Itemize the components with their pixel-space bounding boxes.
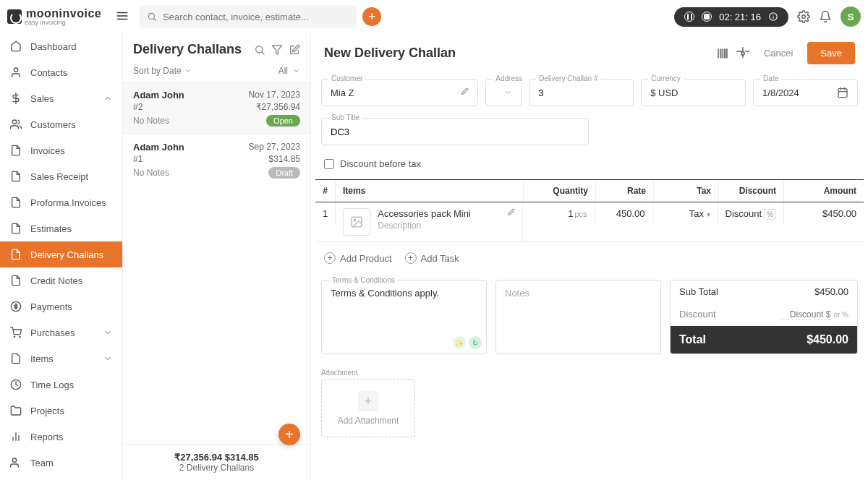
info-icon[interactable] bbox=[768, 12, 778, 22]
sidebar-item-reports[interactable]: Reports bbox=[0, 424, 122, 450]
sidebar-item-time-logs[interactable]: Time Logs bbox=[0, 372, 122, 398]
stop-icon[interactable] bbox=[702, 12, 712, 22]
nav-icon bbox=[10, 171, 22, 182]
row-discount[interactable]: Discount bbox=[726, 208, 762, 219]
discount-orpct[interactable]: or % bbox=[833, 311, 848, 319]
terms-label: Terms & Conditions bbox=[329, 276, 398, 284]
edit-icon[interactable] bbox=[289, 44, 300, 56]
svg-line-22 bbox=[262, 51, 264, 53]
address-select[interactable] bbox=[485, 79, 522, 106]
nav-icon bbox=[10, 67, 22, 78]
svg-point-20 bbox=[12, 458, 16, 462]
subtitle-label: Sub Title bbox=[328, 113, 362, 121]
nav-icon bbox=[10, 457, 22, 468]
pencil-icon[interactable] bbox=[459, 87, 469, 98]
date-field[interactable]: 1/8/2024 bbox=[753, 79, 858, 106]
filter-icon[interactable] bbox=[271, 44, 283, 56]
row-tax[interactable]: Tax bbox=[689, 208, 704, 219]
global-add-button[interactable]: + bbox=[362, 7, 381, 26]
sidebar-item-delivery-challans[interactable]: Delivery Challans bbox=[0, 241, 122, 267]
sidebar-item-items[interactable]: Items bbox=[0, 346, 122, 372]
address-label: Address bbox=[493, 74, 525, 82]
customer-field[interactable]: Mia Z bbox=[321, 79, 478, 106]
col-rate: Rate bbox=[596, 180, 654, 202]
calendar-icon[interactable] bbox=[837, 87, 848, 98]
nav-icon bbox=[10, 249, 22, 260]
item-image-placeholder[interactable] bbox=[343, 208, 370, 236]
sidebar-item-credit-notes[interactable]: Credit Notes bbox=[0, 267, 122, 293]
row-qty[interactable]: 1 bbox=[568, 208, 573, 219]
discount-input[interactable] bbox=[780, 309, 830, 320]
col-tax: Tax bbox=[654, 180, 719, 202]
nav-icon bbox=[10, 223, 22, 234]
currency-field[interactable]: $ USD bbox=[641, 79, 746, 106]
sidebar-item-sales-receipt[interactable]: Sales Receipt bbox=[0, 163, 122, 189]
svg-point-15 bbox=[20, 336, 20, 337]
subtitle-field[interactable] bbox=[321, 118, 589, 145]
add-attachment-button[interactable]: + Add Attachment bbox=[321, 380, 415, 437]
sort-label[interactable]: Sort by Date bbox=[133, 66, 182, 76]
list-item[interactable]: Adam JohnNov 17, 2023#2₹27,356.94No Note… bbox=[123, 82, 310, 134]
nav-icon bbox=[10, 119, 22, 130]
terms-field[interactable]: Terms & Conditions Terms & Conditions ap… bbox=[321, 280, 487, 354]
save-button[interactable]: Save bbox=[807, 42, 855, 64]
search-icon bbox=[147, 12, 157, 22]
discount-pct-badge[interactable]: % bbox=[764, 209, 776, 220]
svg-point-9 bbox=[14, 68, 17, 72]
sidebar-item-payments[interactable]: Payments bbox=[0, 293, 122, 320]
chevron-down-icon bbox=[293, 67, 300, 74]
filter-all[interactable]: All bbox=[278, 66, 300, 76]
col-amt: Amount bbox=[784, 180, 864, 202]
sidebar-item-estimates[interactable]: Estimates bbox=[0, 215, 122, 241]
sidebar-item-projects[interactable]: Projects bbox=[0, 398, 122, 424]
ai-suggest-icon[interactable]: ✨ bbox=[453, 336, 466, 349]
timer-widget[interactable]: 02: 21: 16 bbox=[674, 7, 788, 27]
timer-value: 02: 21: 16 bbox=[719, 12, 761, 22]
pause-icon[interactable] bbox=[684, 12, 694, 22]
list-item[interactable]: Adam JohnSep 27, 2023#1$314.85No NotesDr… bbox=[123, 134, 310, 186]
dc-number-field[interactable] bbox=[529, 79, 634, 106]
svg-point-8 bbox=[802, 15, 806, 19]
chevron-down-icon bbox=[503, 88, 512, 97]
bell-icon[interactable] bbox=[819, 10, 832, 23]
list-search-icon[interactable] bbox=[254, 44, 265, 56]
status-badge: Draft bbox=[268, 167, 300, 179]
sidebar-item-sales[interactable]: Sales bbox=[0, 85, 122, 111]
sidebar-item-team[interactable]: Team bbox=[0, 450, 122, 476]
nav-icon bbox=[10, 431, 22, 442]
nav-icon bbox=[10, 197, 22, 208]
qty-unit: pcs bbox=[574, 210, 587, 218]
avatar[interactable]: S bbox=[841, 7, 861, 27]
chevron-down-icon bbox=[103, 328, 112, 337]
cancel-button[interactable]: Cancel bbox=[757, 43, 800, 63]
sidebar-item-proforma-invoices[interactable]: Proforma Invoices bbox=[0, 189, 122, 215]
notes-field[interactable]: Notes bbox=[495, 280, 661, 354]
sidebar-item-dashboard[interactable]: Dashboard bbox=[0, 33, 122, 59]
svg-marker-23 bbox=[272, 46, 281, 54]
ai-refresh-icon[interactable]: ↻ bbox=[469, 336, 482, 349]
menu-toggle[interactable] bbox=[112, 6, 132, 28]
barcode-icon[interactable] bbox=[716, 47, 729, 60]
line-item-row[interactable]: 1 Accessories pack Mini Description 1pcs… bbox=[315, 202, 864, 241]
sidebar-item-customers[interactable]: Customers bbox=[0, 111, 122, 137]
row-edit-icon[interactable] bbox=[505, 208, 515, 218]
discount-before-tax-checkbox[interactable] bbox=[324, 159, 334, 169]
col-items: Items bbox=[336, 180, 524, 202]
total-value: $450.00 bbox=[807, 333, 848, 346]
search-input[interactable] bbox=[140, 5, 357, 28]
sidebar-item-contacts[interactable]: Contacts bbox=[0, 59, 122, 85]
nav-icon bbox=[10, 275, 22, 286]
dc-number-label: Delivery Challan # bbox=[536, 74, 600, 82]
list-title: Delivery Challans bbox=[133, 42, 248, 57]
add-product-button[interactable]: +Add Product bbox=[324, 252, 392, 264]
item-description[interactable]: Description bbox=[378, 220, 497, 231]
sidebar-item-invoices[interactable]: Invoices bbox=[0, 137, 122, 163]
row-rate[interactable]: 450.00 bbox=[595, 202, 653, 225]
settings-icon[interactable] bbox=[736, 47, 749, 60]
sidebar-item-purchases[interactable]: Purchases bbox=[0, 320, 122, 346]
add-task-button[interactable]: +Add Task bbox=[405, 252, 459, 264]
col-index: # bbox=[315, 180, 336, 202]
gear-icon[interactable] bbox=[797, 10, 810, 23]
status-badge: Open bbox=[266, 115, 300, 127]
add-challan-fab[interactable]: + bbox=[278, 424, 300, 445]
